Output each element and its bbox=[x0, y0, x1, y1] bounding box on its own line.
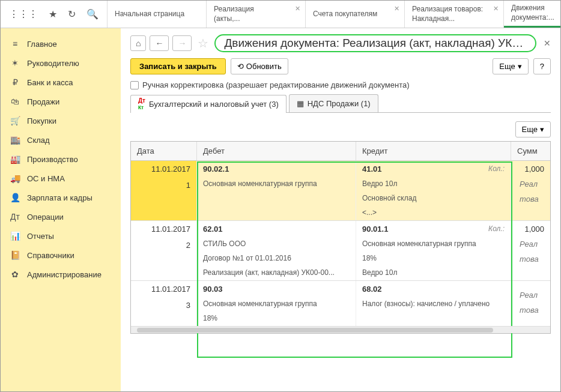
grid-header: Дата Дебет Кредит Сумм bbox=[131, 142, 550, 161]
col-credit[interactable]: Кредит bbox=[356, 142, 511, 160]
tool-icons: ⋮⋮⋮ ★ ↻ 🔍 bbox=[1, 1, 108, 28]
manual-checkbox[interactable] bbox=[130, 81, 139, 89]
tab-close-icon[interactable]: ✕ bbox=[295, 4, 300, 13]
actions-row: Записать и закрыть ⟲Обновить Еще ▾ ? bbox=[130, 58, 551, 74]
sidebar: ≡Главное✶Руководителю₽Банк и касса🛍Прода… bbox=[1, 28, 121, 391]
col-debit[interactable]: Дебет bbox=[197, 142, 356, 160]
manual-label: Ручная корректировка (разрешает редактир… bbox=[142, 80, 410, 89]
refresh-icon: ⟲ bbox=[237, 62, 244, 71]
sidebar-item[interactable]: 📔Справочники bbox=[1, 246, 121, 265]
sidebar-item[interactable]: 👤Зарплата и кадры bbox=[1, 188, 121, 207]
sidebar-item[interactable]: 🛒Покупки bbox=[1, 111, 121, 130]
sidebar-label: Склад bbox=[27, 136, 50, 145]
sidebar-label: Руководителю bbox=[27, 59, 79, 68]
sidebar-label: Администрирование bbox=[27, 270, 102, 279]
sidebar-icon: ✶ bbox=[10, 58, 20, 68]
content: ⌂ ← → ☆ Движения документа: Реализация (… bbox=[121, 28, 560, 391]
page-title: Движения документа: Реализация (акт, нак… bbox=[214, 34, 536, 52]
sidebar-icon: 👤 bbox=[10, 193, 20, 202]
sidebar-label: Главное bbox=[27, 40, 57, 49]
grid-toolbar: Еще ▾ bbox=[130, 121, 551, 137]
sidebar-item[interactable]: 🏭Производство bbox=[1, 149, 121, 169]
chevron-down-icon: ▾ bbox=[540, 125, 544, 134]
table-row[interactable]: 11.01.20171 90.02.1Основная номенклатурн… bbox=[131, 161, 550, 221]
star-icon[interactable]: ★ bbox=[49, 8, 57, 20]
sidebar-icon: 🏭 bbox=[10, 154, 20, 164]
sidebar-icon: ≡ bbox=[10, 39, 20, 49]
sidebar-item[interactable]: ✿Администрирование bbox=[1, 265, 121, 284]
more-button[interactable]: Еще ▾ bbox=[493, 58, 528, 74]
top-tab[interactable]: Счета покупателям✕ bbox=[306, 1, 405, 28]
chevron-down-icon: ▾ bbox=[518, 62, 522, 71]
tab-close-icon[interactable]: ✕ bbox=[493, 4, 499, 13]
sidebar-label: ОС и НМА bbox=[27, 174, 65, 183]
table-row[interactable]: 11.01.20173 90.03Основная номенклатурная… bbox=[131, 281, 550, 326]
help-button[interactable]: ? bbox=[533, 58, 551, 74]
header-row: ⌂ ← → ☆ Движения документа: Реализация (… bbox=[130, 34, 551, 52]
sidebar-label: Покупки bbox=[27, 116, 56, 125]
forward-button[interactable]: → bbox=[172, 35, 192, 51]
h-scrollbar[interactable] bbox=[131, 326, 550, 333]
grid-body: 11.01.20171 90.02.1Основная номенклатурн… bbox=[131, 161, 550, 326]
sidebar-label: Продажи bbox=[27, 97, 59, 106]
doc-icon: ▦ bbox=[297, 99, 304, 108]
sidebar-label: Банк и касса bbox=[27, 78, 73, 87]
back-button[interactable]: ← bbox=[150, 35, 169, 51]
grid: Дата Дебет Кредит Сумм 11.01.20171 90.02… bbox=[130, 141, 551, 334]
sidebar-label: Производство bbox=[27, 155, 78, 164]
sidebar-label: Отчеты bbox=[27, 232, 54, 241]
grid-more-button[interactable]: Еще ▾ bbox=[515, 121, 551, 137]
top-tab[interactable]: Начальная страница bbox=[108, 1, 207, 28]
top-tabs: Начальная страницаРеализация(акты,...✕Сч… bbox=[108, 1, 561, 28]
sidebar-icon: ₽ bbox=[10, 77, 20, 87]
home-button[interactable]: ⌂ bbox=[130, 35, 146, 51]
refresh-button[interactable]: ⟲Обновить bbox=[231, 58, 288, 74]
sidebar-icon: 🛒 bbox=[10, 116, 20, 125]
sidebar-icon: 📔 bbox=[10, 250, 20, 260]
top-tab[interactable]: Реализация(акты,...✕ bbox=[207, 1, 306, 28]
sidebar-item[interactable]: ≡Главное bbox=[1, 34, 121, 53]
sidebar-icon: 📊 bbox=[10, 231, 20, 241]
inner-tabs: ДтКтБухгалтерский и налоговый учет (3)▦Н… bbox=[130, 94, 551, 113]
favorite-icon[interactable]: ☆ bbox=[198, 36, 208, 50]
sidebar-label: Справочники bbox=[27, 251, 74, 260]
table-row[interactable]: 11.01.20172 62.01СТИЛЬ ОООДоговор №1 от … bbox=[131, 221, 550, 281]
sidebar-item[interactable]: 📊Отчеты bbox=[1, 226, 121, 246]
sidebar-item[interactable]: 🛍Продажи bbox=[1, 92, 121, 111]
sidebar-item[interactable]: ДтОперации bbox=[1, 207, 121, 226]
sidebar-label: Операции bbox=[27, 213, 64, 222]
save-close-button[interactable]: Записать и закрыть bbox=[130, 58, 226, 74]
apps-icon[interactable]: ⋮⋮⋮ bbox=[9, 8, 38, 20]
sidebar-icon: 🚚 bbox=[10, 173, 20, 183]
search-icon[interactable]: 🔍 bbox=[86, 8, 99, 20]
sidebar-item[interactable]: 🚚ОС и НМА bbox=[1, 169, 121, 188]
inner-tab[interactable]: ДтКтБухгалтерский и налоговый учет (3) bbox=[130, 95, 287, 113]
sidebar-icon: 🏬 bbox=[10, 135, 20, 145]
sidebar-item[interactable]: 🏬Склад bbox=[1, 130, 121, 149]
history-icon[interactable]: ↻ bbox=[68, 8, 76, 20]
col-sum[interactable]: Сумм bbox=[511, 142, 550, 160]
top-bar: ⋮⋮⋮ ★ ↻ 🔍 Начальная страницаРеализация(а… bbox=[1, 1, 560, 28]
col-date[interactable]: Дата bbox=[131, 142, 197, 160]
tab-close-icon[interactable]: ✕ bbox=[394, 4, 399, 13]
sidebar-item[interactable]: ₽Банк и касса bbox=[1, 73, 121, 92]
sidebar-label: Зарплата и кадры bbox=[27, 193, 92, 202]
manual-correction-row: Ручная корректировка (разрешает редактир… bbox=[130, 80, 551, 89]
sidebar-icon: Дт bbox=[10, 212, 20, 222]
top-tab[interactable]: Движениядокумента:...✕ bbox=[504, 1, 561, 28]
dtkt-icon: ДтКт bbox=[138, 98, 145, 110]
sidebar-icon: ✿ bbox=[10, 270, 20, 279]
top-tab[interactable]: Реализация товаров:Накладная...✕ bbox=[405, 1, 504, 28]
sidebar-icon: 🛍 bbox=[10, 97, 20, 106]
close-icon[interactable]: ✕ bbox=[544, 38, 551, 48]
sidebar-item[interactable]: ✶Руководителю bbox=[1, 53, 121, 73]
inner-tab[interactable]: ▦НДС Продажи (1) bbox=[289, 94, 378, 112]
